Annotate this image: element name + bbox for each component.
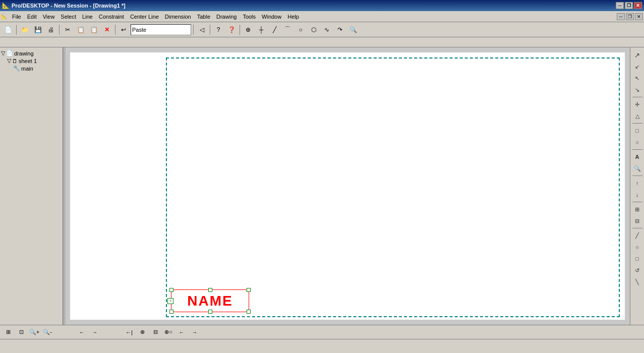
rt-down-btn[interactable]: ↓ (632, 189, 643, 200)
name-label-element[interactable]: + NAME (171, 289, 249, 312)
menu-table[interactable]: Table (194, 13, 213, 21)
main-layout: ▽ 📄 drawing ▽ 🗒 sheet 1 🔧 main (0, 47, 644, 325)
tree-panel: ▽ 📄 drawing ▽ 🗒 sheet 1 🔧 main (0, 47, 63, 325)
handle-tr[interactable] (247, 288, 251, 292)
bt-constrain4-btn[interactable]: ⊕○ (162, 327, 174, 338)
bt-left-btn[interactable]: ← (175, 327, 188, 338)
rt-select-btn[interactable]: ↗ (632, 49, 643, 61)
minimize-button[interactable]: ─ (616, 2, 624, 9)
rt-sep-1 (632, 97, 642, 97)
handle-ml[interactable]: + (167, 298, 173, 304)
rt-sep-4 (632, 175, 642, 176)
rt-grid2-btn[interactable]: ⊟ (632, 215, 643, 226)
rt-loop-btn[interactable]: ↺ (632, 265, 643, 276)
handle-bl[interactable] (169, 310, 173, 314)
title-bar-controls: ─ ❐ ✕ (616, 2, 642, 9)
toolbar-main: 📄 📁 💾 🖨 ✂ 📋 📋 ✕ ↩ Paste ◁ ? ❓ ⊕ ┼ ╱ ⌒ ○ … (0, 22, 644, 37)
arc-button[interactable]: ⌒ (281, 24, 294, 35)
bt-zoomin-btn[interactable]: 🔍+ (28, 327, 40, 338)
help2-button[interactable]: ❓ (225, 24, 238, 35)
rt-circle-btn[interactable]: ○ (632, 137, 643, 148)
bt-fit2-btn[interactable]: ⊡ (15, 327, 27, 338)
rt-select2-btn[interactable]: ↙ (632, 61, 643, 72)
paste-input[interactable]: Paste (131, 24, 191, 35)
rt-up-btn[interactable]: ↑ (632, 178, 643, 189)
polygon-button[interactable]: ⬡ (308, 24, 320, 35)
snap2-button[interactable]: ┼ (255, 24, 267, 35)
rt-select4-btn[interactable]: ↘ (632, 84, 643, 95)
rt-box-btn[interactable]: □ (632, 125, 643, 136)
handle-bc[interactable] (208, 310, 212, 314)
zoom-prev-button[interactable]: ◁ (196, 24, 208, 35)
close-button[interactable]: ✕ (634, 2, 642, 9)
rt-grid-btn[interactable]: ⊞ (632, 204, 643, 215)
rt-triangle-btn[interactable]: △ (632, 110, 643, 122)
app-restore-button[interactable]: ❐ (626, 13, 634, 20)
bt-prev-btn[interactable]: ← (76, 327, 88, 338)
drawing-name-text: NAME (187, 293, 232, 309)
menu-dimension[interactable]: Dimension (162, 13, 194, 21)
expand-icon: ▽ (1, 50, 5, 56)
menu-help[interactable]: Help (284, 13, 302, 21)
rt-crosshair-btn[interactable]: ✛ (632, 99, 643, 110)
menu-select[interactable]: Select (57, 13, 79, 21)
rt-search-btn[interactable]: 🔍 (632, 163, 643, 174)
tree-sheet1[interactable]: ▽ 🗒 sheet 1 (7, 57, 62, 65)
menu-line[interactable]: Line (79, 13, 96, 21)
save-button[interactable]: 💾 (32, 24, 44, 35)
drawing-border (166, 57, 620, 317)
tree-main-label: main (21, 66, 33, 72)
circle-button[interactable]: ○ (295, 24, 307, 35)
bt-constrain-btn[interactable]: ←| (123, 327, 135, 338)
menu-file[interactable]: File (9, 13, 24, 21)
new-button[interactable]: 📄 (2, 24, 14, 35)
restore-button[interactable]: ❐ (625, 2, 633, 9)
copy-button[interactable]: 📋 (75, 24, 87, 35)
rt-sep-3 (632, 149, 642, 150)
menu-drawing[interactable]: Drawing (213, 13, 240, 21)
bt-constrain2-btn[interactable]: ⊕ (136, 327, 148, 338)
app-minimize-button[interactable]: ─ (617, 13, 625, 20)
menu-view[interactable]: View (40, 13, 58, 21)
rt-diagonal-btn[interactable]: ╲ (632, 276, 643, 287)
menu-tools[interactable]: Tools (240, 13, 259, 21)
app-close-button[interactable]: ✕ (635, 13, 643, 20)
help-button[interactable]: ? (212, 24, 224, 35)
fillet-button[interactable]: ↷ (334, 24, 346, 35)
menu-constraint[interactable]: Constraint (96, 13, 127, 21)
menu-centerline[interactable]: Center Line (127, 13, 162, 21)
tree-main[interactable]: 🔧 main (13, 65, 62, 72)
rt-line-btn[interactable]: ╱ (632, 230, 643, 241)
toolbar-sep-4 (193, 25, 194, 35)
cut-button[interactable]: ✂ (62, 24, 74, 35)
line-tool-button[interactable]: ╱ (268, 24, 280, 35)
open-button[interactable]: 📁 (19, 24, 31, 35)
rt-text-btn[interactable]: A (632, 151, 643, 162)
delete-button[interactable]: ✕ (101, 24, 113, 35)
spline-button[interactable]: ∿ (321, 24, 333, 35)
search-button[interactable]: 🔍 (347, 24, 359, 35)
bt-right-btn[interactable]: → (189, 327, 201, 338)
menu-window[interactable]: Window (259, 13, 284, 21)
menu-edit[interactable]: Edit (24, 13, 40, 21)
paste-icon-button[interactable]: 📋 (88, 24, 100, 35)
bt-constrain3-btn[interactable]: ⊟ (149, 327, 161, 338)
bt-next-btn[interactable]: → (89, 327, 101, 338)
tree-root-drawing[interactable]: ▽ 📄 drawing (1, 49, 62, 57)
menu-bar: 📐 File Edit View Select Line Constraint … (0, 11, 644, 22)
handle-tc[interactable] (208, 288, 212, 292)
undo-button[interactable]: ↩ (118, 24, 130, 35)
toolbar-sep-6 (240, 25, 240, 35)
bt-zoomout-btn[interactable]: 🔍- (41, 327, 53, 338)
drawing-canvas-area[interactable]: + NAME (65, 47, 630, 325)
handle-br[interactable] (247, 310, 251, 314)
rt-rect-btn[interactable]: □ (632, 253, 643, 264)
rt-select3-btn[interactable]: ↖ (632, 73, 643, 84)
bottom-toolbar: ⊞ ⊡ 🔍+ 🔍- ← → ←| ⊕ ⊟ ⊕○ ← → (0, 325, 644, 339)
bt-fit-btn[interactable]: ⊞ (2, 327, 14, 338)
print-button[interactable]: 🖨 (45, 24, 57, 35)
toolbar-sep-1 (16, 25, 17, 35)
snap-button[interactable]: ⊕ (242, 24, 254, 35)
handle-tl[interactable] (169, 288, 173, 292)
rt-circle2-btn[interactable]: ○ (632, 242, 643, 253)
